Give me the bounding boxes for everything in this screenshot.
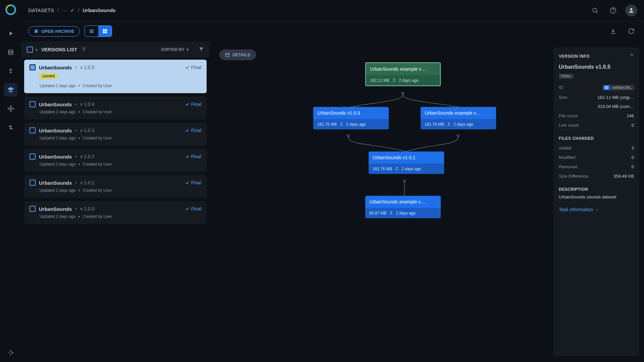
node-age: 2 days ago — [401, 167, 421, 171]
upload-icon — [392, 78, 396, 83]
version-number: v 1.0.4 — [80, 102, 94, 107]
version-card[interactable]: UrbanSounds•v 1.0.1 FinalUpdated 2 days … — [24, 175, 207, 198]
svg-point-5 — [10, 69, 12, 71]
node-title: UrbanSounds example v… — [366, 63, 440, 75]
version-status: Final — [185, 206, 201, 212]
version-card[interactable]: UrbanSounds•v 1.0.0 FinalUpdated 2 days … — [24, 201, 207, 224]
open-archive-button[interactable]: OPEN ARCHIVE — [28, 26, 80, 37]
breadcrumb-sep-2: / — [78, 7, 79, 13]
svg-rect-23 — [90, 32, 94, 33]
task-info-link[interactable]: Task information → — [559, 207, 599, 212]
version-created-by: Created by User — [83, 214, 112, 219]
version-status: Final — [185, 65, 201, 70]
version-number: v 1.0.2 — [80, 154, 94, 159]
view-graph-button[interactable] — [98, 26, 112, 37]
version-checkbox[interactable] — [30, 180, 36, 186]
info-heading: VERSION INFO — [559, 54, 590, 59]
breadcrumb-sep: / — [57, 7, 59, 13]
version-name: UrbanSounds — [39, 65, 72, 70]
help-icon[interactable] — [607, 4, 619, 16]
nav-item-slack[interactable] — [4, 346, 17, 359]
node-title: UrbanSounds v1.0.1 — [369, 152, 444, 164]
version-created-by: Created by User — [83, 188, 112, 193]
version-number: v 1.0.1 — [80, 180, 94, 185]
node-age: 2 days ago — [396, 211, 416, 216]
graph-node[interactable]: UrbanSounds example v…162.11 MB2 days ag… — [365, 62, 441, 86]
svg-rect-19 — [35, 29, 38, 30]
version-checkbox[interactable] — [30, 127, 36, 133]
nav-item-2[interactable] — [4, 46, 17, 59]
breadcrumb-root[interactable]: DATASETS — [28, 7, 54, 13]
select-caret-icon[interactable]: ▾ — [36, 48, 37, 52]
graph-node[interactable]: UrbanSounds example v…80.87 MB2 days ago — [365, 196, 441, 218]
version-number: v 1.0.0 — [80, 206, 94, 212]
graph-area[interactable]: DETAILS UrbanSounds example v…162.11 MB2… — [209, 42, 644, 362]
collapse-icon[interactable]: ⌃ — [630, 53, 634, 59]
svg-rect-11 — [8, 352, 9, 353]
version-card[interactable]: UrbanSounds•v 1.0.4 FinalUpdated 2 days … — [24, 97, 207, 119]
version-created-by: Created by User — [83, 110, 112, 114]
version-name: UrbanSounds — [39, 154, 72, 160]
files-changed-heading: FILES CHANGED — [559, 136, 634, 141]
select-all-checkbox[interactable] — [27, 47, 33, 53]
graph-node[interactable]: UrbanSounds v1.0.1161.76 MB2 days ago — [369, 152, 444, 174]
node-age: 2 days ago — [399, 78, 419, 83]
version-card[interactable]: UrbanSounds•v 1.0.5 FinalcurrentUpdated … — [24, 60, 207, 93]
breadcrumb-dots[interactable]: ⋯ — [62, 7, 67, 13]
nav-item-5[interactable] — [4, 102, 17, 115]
svg-rect-27 — [105, 32, 107, 33]
node-title: UrbanSounds example v… — [421, 107, 496, 119]
version-number: v 1.0.3 — [80, 128, 94, 133]
version-card[interactable]: UrbanSounds•v 1.0.2 FinalUpdated 2 days … — [24, 149, 207, 172]
nav-item-1[interactable] — [4, 27, 17, 40]
version-checkbox[interactable] — [30, 64, 36, 70]
nav-item-3[interactable] — [4, 64, 17, 78]
version-updated: Updated 2 days ago — [40, 188, 75, 193]
logo[interactable] — [4, 3, 18, 17]
version-status: Final — [185, 180, 201, 185]
graph-node[interactable]: UrbanSounds v1.0.3161.76 MB2 days ago — [313, 107, 389, 129]
view-toggle — [85, 25, 112, 37]
version-updated: Updated 2 days ago — [40, 136, 75, 140]
description-heading: DESCRIPTION — [559, 187, 634, 192]
upload-icon — [339, 122, 343, 127]
version-checkbox[interactable] — [30, 101, 36, 107]
version-name: UrbanSounds — [39, 128, 72, 133]
link-count-label: Link count — [559, 123, 579, 128]
svg-rect-2 — [8, 50, 13, 54]
svg-rect-24 — [103, 29, 105, 31]
size-comp: 319.04 MB (com… — [598, 104, 634, 109]
sorted-by-dropdown[interactable]: SORTED BY ▾ — [161, 47, 189, 52]
download-icon[interactable] — [607, 25, 619, 37]
graph-node[interactable]: UrbanSounds example v…161.76 MB2 days ag… — [421, 107, 496, 129]
versions-list-title: VERSIONS LIST — [41, 47, 77, 52]
svg-rect-20 — [35, 31, 38, 33]
id-label: ID — [559, 85, 563, 90]
version-checkbox[interactable] — [30, 206, 36, 212]
version-status: Final — [185, 154, 201, 159]
size-orig: 162.11 MB (origi… — [598, 95, 634, 100]
versions-header: ▾ VERSIONS LIST SORTED BY ▾ — [21, 42, 209, 58]
node-title: UrbanSounds v1.0.3 — [313, 107, 389, 119]
version-created-by: Created by User — [83, 83, 112, 88]
upload-icon — [395, 166, 399, 171]
node-size: 161.76 MB — [425, 122, 444, 127]
version-updated: Updated 2 days ago — [40, 162, 75, 167]
version-checkbox[interactable] — [30, 154, 36, 160]
avatar[interactable] — [625, 4, 637, 16]
id-badge[interactable]: ID ce63ac54… — [603, 85, 634, 90]
nav-item-datasets[interactable] — [4, 83, 17, 97]
filter-icon[interactable] — [199, 47, 204, 53]
nav-item-6[interactable] — [4, 121, 17, 134]
search-icon[interactable] — [589, 4, 601, 16]
verified-icon: ✔ — [70, 8, 74, 13]
current-badge: current — [40, 73, 58, 79]
view-list-button[interactable] — [85, 26, 98, 37]
version-created-by: Created by User — [83, 162, 112, 167]
version-card[interactable]: UrbanSounds•v 1.0.3 FinalUpdated 2 days … — [24, 123, 207, 145]
node-size: 80.87 MB — [369, 211, 386, 216]
refresh-icon[interactable] — [625, 25, 637, 37]
tune-icon[interactable] — [81, 47, 87, 53]
size-label: Size — [559, 95, 567, 100]
node-size: 162.11 MB — [370, 78, 389, 83]
